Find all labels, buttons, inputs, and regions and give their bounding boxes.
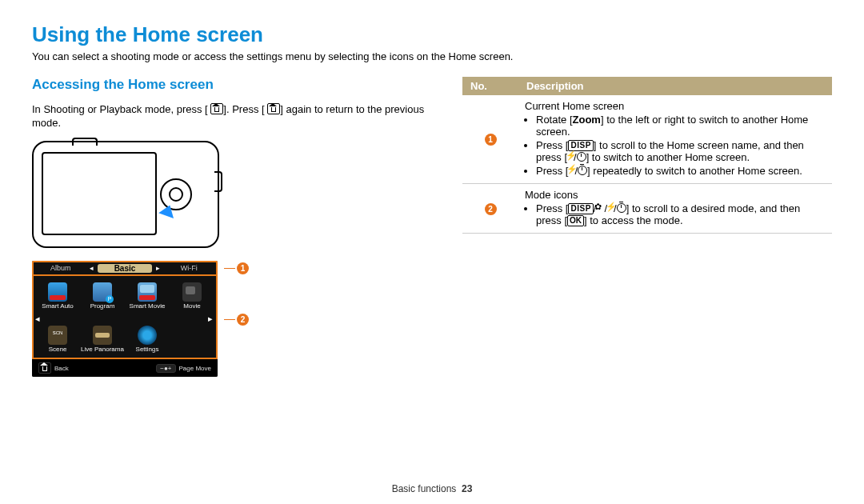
- manual-page: Using the Home screen You can select a s…: [0, 0, 864, 504]
- timer-icon: [617, 203, 626, 213]
- list-item: Rotate [Zoom] to the left or right to sw…: [536, 114, 826, 138]
- home-icon: [267, 103, 280, 114]
- timer-icon: [577, 152, 586, 162]
- disp-icon: DISP: [568, 140, 593, 151]
- home-screen-mock: Album ◂ Basic ▸ Wi-Fi Smart Auto Program…: [32, 261, 240, 378]
- page-intro: You can select a shooting mode or access…: [32, 50, 832, 62]
- callout-1: 1: [237, 262, 249, 274]
- smart-movie-icon: [138, 282, 157, 302]
- th-desc: Description: [518, 77, 832, 95]
- callout-2: 2: [237, 314, 249, 326]
- smart-auto-icon: [48, 282, 67, 302]
- flash-icon: [568, 166, 574, 175]
- hs-tab-album: Album: [34, 264, 87, 272]
- timer-icon: [578, 166, 587, 175]
- ok-icon: OK: [567, 215, 584, 226]
- section-paragraph: In Shooting or Playback mode, press [ ].…: [32, 103, 440, 130]
- macro-icon: [596, 204, 604, 213]
- list-item: Press [/] repeatedly to switch to anothe…: [536, 165, 826, 177]
- th-no: No.: [462, 77, 518, 95]
- left-column: Accessing the Home screen In Shooting or…: [32, 77, 440, 377]
- flash-icon: [567, 152, 574, 162]
- movie-icon: [182, 282, 202, 302]
- hs-tab-wifi: Wi-Fi: [162, 264, 216, 272]
- table-row: 2 Mode icons Press [DISP///] to scroll t…: [462, 184, 832, 234]
- disp-icon: DISP: [568, 203, 593, 214]
- page-footer: Basic functions 23: [0, 483, 864, 494]
- home-icon: [38, 362, 51, 374]
- hs-tab-basic: Basic: [98, 264, 151, 273]
- zoom-rocker-icon: −●+: [156, 364, 175, 373]
- description-table: No. Description 1 Current Home screen Ro…: [462, 77, 832, 234]
- panorama-icon: [93, 326, 112, 345]
- list-item: Press [DISP///] to scroll to a desired m…: [536, 202, 826, 226]
- program-icon: [93, 282, 112, 302]
- chevron-right-icon: ▸: [208, 314, 214, 324]
- right-column: No. Description 1 Current Home screen Ro…: [462, 77, 832, 377]
- table-row: 1 Current Home screen Rotate [Zoom] to t…: [462, 95, 832, 184]
- list-item: Press [DISP] to scroll to the Home scree…: [536, 139, 826, 163]
- section-heading: Accessing the Home screen: [32, 77, 440, 93]
- flash-icon: [607, 203, 614, 213]
- home-icon: [210, 103, 223, 114]
- chevron-left-icon: ◂: [87, 264, 96, 272]
- settings-icon: [138, 326, 157, 345]
- chevron-left-icon: ◂: [35, 314, 42, 324]
- chevron-right-icon: ▸: [154, 264, 162, 272]
- scene-icon: [48, 326, 67, 345]
- page-title: Using the Home screen: [32, 22, 832, 47]
- camera-illustration: [32, 141, 440, 248]
